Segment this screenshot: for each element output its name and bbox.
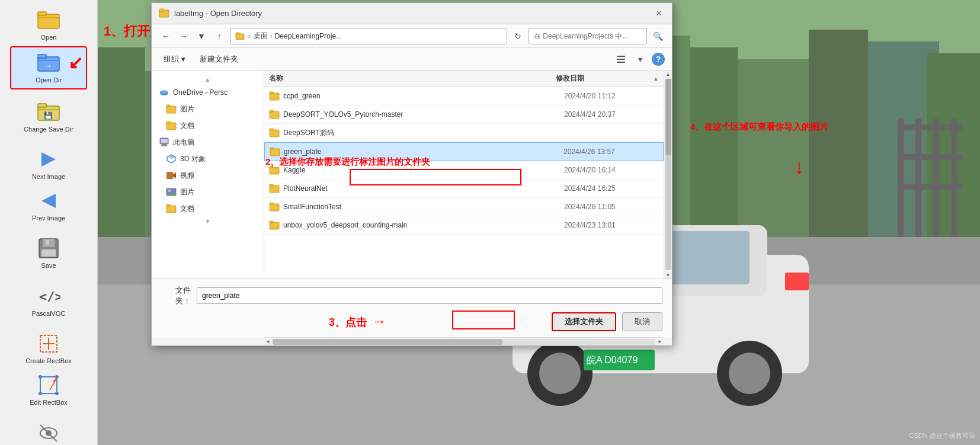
svg-rect-77	[166, 105, 170, 107]
select-folder-button[interactable]: 选择文件夹	[552, 312, 616, 331]
tree-item-this-pc[interactable]: 此电脑	[152, 134, 264, 151]
svg-marker-85	[167, 155, 171, 159]
folder-deepsort-src-icon	[269, 127, 280, 138]
main-toolbar: Open → Open Dir 💾 Change Save Dir Next I…	[0, 0, 98, 445]
svg-rect-94	[270, 93, 279, 100]
svg-rect-66	[159, 9, 164, 11]
file-row-smallfunctiontest[interactable]: SmallFunctionTest 2024/4/26 11:05	[264, 198, 664, 216]
svg-marker-43	[41, 152, 56, 167]
horizontal-scrollbar[interactable]: ◄ ►	[264, 337, 664, 345]
toolbar-item-open[interactable]: Open	[10, 5, 87, 45]
toolbar-item-prev-image[interactable]: Prev Image	[10, 185, 87, 226]
svg-rect-28	[951, 119, 957, 237]
svg-rect-79	[166, 121, 170, 123]
nav-refresh-button[interactable]: ↻	[511, 29, 525, 43]
hide-rectbox-icon	[37, 421, 60, 445]
svg-point-56	[39, 392, 42, 395]
svg-rect-83	[161, 139, 168, 143]
path-arrow: ›	[270, 32, 273, 40]
file-row-deepsort-src[interactable]: DeepSORT源码	[264, 124, 664, 142]
svg-rect-40	[38, 104, 46, 107]
svg-rect-67	[236, 34, 244, 40]
tree-item-videos[interactable]: 视频	[152, 167, 264, 184]
pictures-icon	[166, 187, 177, 197]
tree-item-pictures2[interactable]: 图片	[152, 184, 264, 200]
tree-item-documents2[interactable]: 文档	[152, 200, 264, 217]
organize-button[interactable]: 组织 ▾	[159, 52, 190, 67]
toolbar-item-edit-rectbox[interactable]: Edit RectBox	[10, 370, 87, 410]
svg-rect-107	[270, 203, 273, 204]
svg-rect-81	[162, 144, 166, 145]
path-part-project: DeepLearningProje...	[275, 32, 342, 40]
edit-rectbox-icon	[37, 373, 60, 397]
nav-forward-button[interactable]: →	[177, 29, 191, 43]
footer-folder-label: 文件夹：	[161, 285, 191, 306]
svg-rect-7	[809, 30, 868, 237]
annotation-step3: 3、点击 →	[329, 313, 389, 329]
file-row-deepsort-master[interactable]: DeepSORT_YOLOv5_Pytorch-master 2024/4/24…	[264, 105, 664, 124]
cancel-button[interactable]: 取消	[622, 312, 662, 331]
svg-line-59	[50, 378, 57, 390]
svg-rect-104	[270, 185, 279, 193]
view-dropdown-button[interactable]: ▾	[633, 52, 647, 66]
save-label: Save	[41, 261, 56, 270]
tree-scroll-indicator: ▲	[152, 75, 264, 84]
svg-point-18	[539, 353, 581, 394]
toolbar-item-change-save-dir[interactable]: 💾 Change Save Dir	[10, 97, 87, 137]
file-row-unbox[interactable]: unbox_yolov5_deepsort_counting-main 2024…	[264, 216, 664, 235]
nav-up-button[interactable]: ↑	[212, 29, 226, 43]
file-row-ccpd[interactable]: ccpd_green 2024/4/20 11:12	[264, 87, 664, 105]
svg-rect-33	[38, 12, 46, 15]
svg-rect-27	[933, 119, 939, 237]
svg-rect-71	[617, 62, 625, 63]
svg-point-90	[168, 190, 171, 192]
toolbar-item-save[interactable]: Save	[10, 233, 87, 273]
open-dir-label: Open Dir	[36, 76, 62, 84]
nav-dropdown-button[interactable]: ▼	[194, 29, 209, 43]
svg-rect-96	[270, 111, 279, 119]
file-list-header: 名称 修改日期 ▲	[264, 71, 664, 87]
dialog-container: labelImg - Open Directory × ← → ▼ ↑ « 桌面…	[151, 2, 672, 346]
search-button[interactable]: 🔍	[651, 29, 665, 43]
open-icon	[37, 8, 60, 32]
next-image-label: Next Image	[32, 172, 65, 181]
prev-image-label: Prev Image	[32, 214, 65, 222]
dialog-close-button[interactable]: ×	[653, 8, 665, 20]
path-part-separator-1: «	[247, 32, 251, 40]
nav-back-button[interactable]: ←	[159, 29, 173, 43]
tree-item-documents1[interactable]: 文档	[152, 117, 264, 134]
svg-rect-53	[40, 377, 57, 393]
annotation-step4: 4、在这个区域可查看你导入的图片	[690, 121, 828, 133]
tree-item-onedrive[interactable]: OneDrive - Persc	[152, 84, 264, 101]
search-input[interactable]	[529, 28, 647, 44]
nav-path-bar[interactable]: « 桌面 › DeepLearningProje...	[230, 28, 507, 44]
svg-point-57	[55, 392, 59, 395]
toolbar-item-create-rectbox[interactable]: Create RectBox	[10, 328, 87, 369]
arrow-to-open-dir: ↙	[68, 52, 83, 73]
footer-input-row: 文件夹：	[161, 285, 662, 306]
vertical-scrollbar[interactable]: ▲ ▼	[664, 71, 672, 278]
svg-marker-86	[171, 155, 175, 159]
svg-rect-97	[270, 110, 273, 112]
new-folder-button[interactable]: 新建文件夹	[195, 52, 243, 67]
svg-rect-36	[38, 55, 46, 58]
file-row-plotneuralnet[interactable]: PlotNeuralNet 2024/4/24 16:25	[264, 180, 664, 198]
footer-buttons: 选择文件夹 取消	[161, 312, 662, 331]
svg-rect-93	[166, 204, 170, 206]
tree-item-pictures1[interactable]: 图片	[152, 101, 264, 117]
svg-rect-108	[270, 222, 279, 229]
folder-name-input[interactable]	[197, 287, 662, 304]
svg-rect-31	[898, 184, 963, 190]
tree-item-3d-objects[interactable]: 3D 对象	[152, 151, 264, 167]
svg-rect-29	[898, 124, 963, 130]
view-list-button[interactable]	[614, 52, 628, 66]
toolbar-item-next-image[interactable]: Next Image	[10, 144, 87, 184]
svg-rect-69	[617, 56, 625, 57]
tree-scroll-down-indicator: ▼	[152, 217, 264, 226]
toolbar-item-hide-rectbox[interactable]: Hide RectBox	[10, 418, 87, 445]
prev-image-icon	[37, 189, 60, 213]
dialog-toolbar: 组织 ▾ 新建文件夹 ▾ ?	[152, 48, 672, 71]
svg-rect-78	[166, 123, 176, 130]
toolbar-item-pascalvoc[interactable]: </> PascalVOC	[10, 281, 87, 321]
help-button[interactable]: ?	[652, 53, 665, 66]
